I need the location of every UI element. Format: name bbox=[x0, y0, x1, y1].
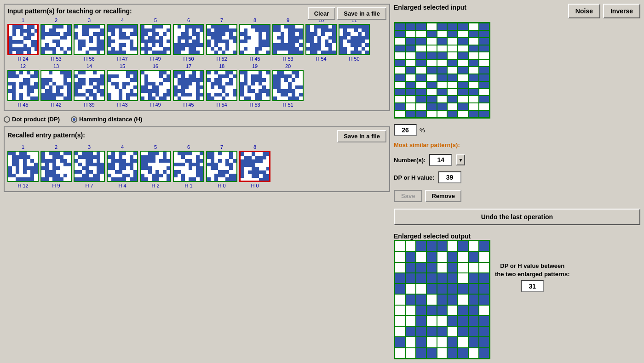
input-pattern-3[interactable]: 3H 56 bbox=[74, 17, 105, 62]
noise-button[interactable]: Noise bbox=[568, 4, 600, 18]
output-pattern-5[interactable]: 5H 2 bbox=[140, 144, 171, 188]
numbers-input[interactable] bbox=[429, 154, 452, 166]
top-right-buttons: Noise Inverse bbox=[568, 4, 640, 18]
input-pattern-15[interactable]: 15H 43 bbox=[107, 63, 138, 108]
input-pattern-13[interactable]: 13H 42 bbox=[40, 63, 72, 108]
dp-h-label: DP or H value: bbox=[394, 174, 435, 181]
dp-between-label: DP or H value betweenthe two enlarged pa… bbox=[495, 262, 570, 278]
dot-product-circle[interactable] bbox=[4, 116, 10, 123]
output-pattern-2[interactable]: 2H 9 bbox=[40, 144, 72, 188]
output-pattern-1[interactable]: 1H 12 bbox=[7, 144, 39, 188]
dot-product-radio[interactable]: Dot product (DP) bbox=[4, 116, 60, 123]
output-pattern-7[interactable]: 7H 0 bbox=[206, 144, 237, 188]
input-pattern-11[interactable]: 11H 50 bbox=[339, 17, 370, 62]
most-similar-label: Most similar pattern(s): bbox=[394, 142, 640, 148]
output-save-file-button[interactable]: Save in a file bbox=[337, 130, 386, 142]
input-patterns-grid: 1H 242H 533H 564H 475H 496H 507H 528H 45… bbox=[7, 17, 386, 108]
input-pattern-7[interactable]: 7H 52 bbox=[206, 17, 237, 62]
enlarged-output-section: Enlarged selected output DP or H value b… bbox=[394, 233, 640, 359]
input-pattern-17[interactable]: 17H 45 bbox=[173, 63, 204, 108]
output-pattern-8[interactable]: 8H 0 bbox=[239, 144, 270, 188]
save-remove-row: Save Remove bbox=[394, 190, 640, 202]
dot-product-label: Dot product (DP) bbox=[12, 116, 60, 123]
enlarged-output-grid[interactable] bbox=[394, 240, 490, 359]
input-pattern-4[interactable]: 4H 47 bbox=[107, 17, 138, 62]
input-pattern-19[interactable]: 19H 53 bbox=[239, 63, 270, 108]
input-section: Input pattern(s) for teaching or recalli… bbox=[4, 4, 390, 111]
right-panel: Enlarged selected input Noise Inverse % … bbox=[394, 4, 640, 359]
remove-button[interactable]: Remove bbox=[425, 190, 461, 202]
percent-symbol: % bbox=[420, 127, 425, 134]
input-pattern-12[interactable]: 12H 45 bbox=[7, 63, 39, 108]
percent-input[interactable] bbox=[394, 124, 417, 136]
input-pattern-5[interactable]: 5H 49 bbox=[140, 17, 171, 62]
dp-h-row: DP or H value: bbox=[394, 171, 640, 183]
save-file-button[interactable]: Save in a file bbox=[337, 7, 386, 20]
input-pattern-20[interactable]: 20H 51 bbox=[272, 63, 304, 108]
input-pattern-1[interactable]: 1H 24 bbox=[7, 17, 39, 62]
numbers-label: Number(s): bbox=[394, 157, 426, 164]
enlarged-input-title: Enlarged selected input bbox=[394, 4, 466, 11]
numbers-dropdown[interactable]: ▼ bbox=[456, 154, 465, 165]
percent-row: % bbox=[394, 124, 640, 136]
enlarged-output-title: Enlarged selected output bbox=[394, 233, 640, 240]
input-pattern-14[interactable]: 14H 39 bbox=[74, 63, 105, 108]
hamming-label: Hamming distance (H) bbox=[79, 116, 142, 123]
input-pattern-10[interactable]: 10H 54 bbox=[305, 17, 337, 62]
input-pattern-18[interactable]: 18H 54 bbox=[206, 63, 237, 108]
input-pattern-16[interactable]: 16H 49 bbox=[140, 63, 171, 108]
input-pattern-8[interactable]: 8H 45 bbox=[239, 17, 270, 62]
dp-h-input[interactable] bbox=[438, 171, 461, 183]
hamming-radio[interactable]: Hamming distance (H) bbox=[71, 116, 142, 123]
output-pattern-6[interactable]: 6H 1 bbox=[173, 144, 204, 188]
input-top-buttons: Clear Save in a file bbox=[308, 7, 386, 20]
inverse-button[interactable]: Inverse bbox=[603, 4, 640, 18]
input-pattern-2[interactable]: 2H 53 bbox=[40, 17, 72, 62]
clear-button[interactable]: Clear bbox=[308, 7, 336, 20]
hamming-circle[interactable] bbox=[71, 116, 77, 123]
recalled-title: Recalled entry pattern(s): bbox=[7, 131, 85, 139]
output-pattern-4[interactable]: 4H 4 bbox=[107, 144, 138, 188]
dp-between-input[interactable] bbox=[521, 280, 544, 292]
output-patterns-grid: 1H 122H 93H 74H 45H 26H 17H 08H 0 bbox=[7, 144, 386, 188]
input-pattern-9[interactable]: 9H 53 bbox=[272, 17, 304, 62]
save-button[interactable]: Save bbox=[394, 190, 422, 202]
enlarged-input-grid[interactable] bbox=[394, 22, 490, 119]
output-pattern-3[interactable]: 3H 7 bbox=[74, 144, 105, 188]
output-section: Recalled entry pattern(s): Save in a fil… bbox=[4, 126, 390, 192]
numbers-row: Number(s): ▼ bbox=[394, 154, 640, 166]
radio-row: Dot product (DP) Hamming distance (H) bbox=[4, 116, 390, 123]
undo-button[interactable]: Undo the last operation bbox=[394, 209, 640, 225]
input-pattern-6[interactable]: 6H 50 bbox=[173, 17, 204, 62]
